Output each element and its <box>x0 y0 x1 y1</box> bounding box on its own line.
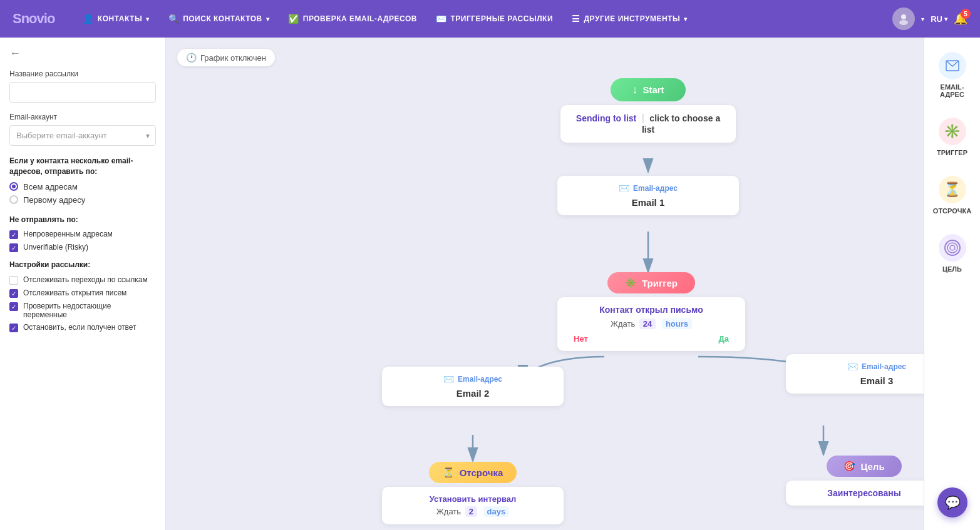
start-node[interactable]: ↓ Start Sending to list | click to choos… <box>560 78 736 143</box>
email1-node[interactable]: ✉️ Email-адрес Email 1 <box>557 172 739 215</box>
check-track-clicks[interactable]: Отслеживать переходы по ссылкам <box>9 275 156 285</box>
do-not-send-title: Не отправлять по: <box>9 215 156 225</box>
check-stop-reply[interactable]: ✓ Остановить, если получен ответ <box>9 323 156 332</box>
checkbox-unverified-icon: ✓ <box>9 230 18 239</box>
trigger-node[interactable]: ✳️ Триггер Контакт открыл письмо Ждать 2… <box>557 272 745 351</box>
goal-tool-icon <box>939 234 966 262</box>
radio-all-addresses[interactable]: Всем адресам <box>9 182 156 191</box>
svg-point-0 <box>901 14 906 19</box>
hourglass-icon: ⏳ <box>443 467 455 478</box>
chat-button[interactable]: 💬 <box>937 487 967 517</box>
radio-group-emails: Всем адресам Первому адресу <box>9 182 156 205</box>
navbar: Snovio 👤 КОНТАКТЫ ▾ 🔍 ПОИСК КОНТАКТОВ ▾ … <box>0 0 980 38</box>
down-arrow-icon: ↓ <box>632 83 637 96</box>
schedule-badge-label: График отключен <box>200 53 266 63</box>
checkbox-track-clicks-icon <box>9 276 18 285</box>
start-pill: ↓ Start <box>611 78 686 101</box>
clock-icon: 🕐 <box>186 53 197 63</box>
contacts-icon: 👤 <box>83 14 94 24</box>
email2-node[interactable]: ✉️ Email-адрес Email 2 <box>382 363 564 406</box>
avatar[interactable] <box>892 8 915 30</box>
notification-count: 5 <box>961 9 971 19</box>
check-unverified[interactable]: ✓ Непроверенным адресам <box>9 230 156 239</box>
click-to-choose-text[interactable]: click to choose a list <box>642 113 720 135</box>
checkbox-stop-reply-icon: ✓ <box>9 324 18 332</box>
logo-suffix: io <box>44 11 55 26</box>
delay-wait-text: Ждать 2 days <box>392 506 554 517</box>
nav-item-contacts[interactable]: 👤 КОНТАКТЫ ▾ <box>73 0 158 38</box>
checkbox-group-no-send: ✓ Непроверенным адресам ✓ Unverifiable (… <box>9 230 156 252</box>
verify-icon: ✅ <box>288 14 299 24</box>
tool-delay[interactable]: ⏳ ОТСРОЧКА <box>929 171 976 220</box>
chevron-down-icon: ▾ <box>266 16 270 23</box>
notifications-bell[interactable]: 🔔 5 <box>954 12 967 26</box>
trigger-wait-unit: hours <box>662 319 692 329</box>
email3-card[interactable]: ✉️ Email-адрес Email 3 <box>786 354 924 394</box>
email1-card[interactable]: ✉️ Email-адрес Email 1 <box>557 176 739 215</box>
trigger-contact-text: Контакт открыл письмо <box>567 305 735 315</box>
email-icon: ✉️ <box>443 374 454 384</box>
chevron-down-icon: ▾ <box>944 16 947 23</box>
email3-title: Email 3 <box>796 375 924 386</box>
svg-point-1 <box>899 20 908 25</box>
email-account-label: Email-аккаунт <box>9 113 156 121</box>
tool-goal[interactable]: ЦЕЛЬ <box>929 229 976 278</box>
goal-tool-label: ЦЕЛЬ <box>942 265 962 273</box>
search-icon: 🔍 <box>168 14 180 24</box>
tools-icon: ☰ <box>572 14 580 24</box>
nav-logo[interactable]: Snovio <box>13 11 54 27</box>
radio-first-icon <box>9 195 18 204</box>
canvas-area[interactable]: 🕐 График отключен <box>166 38 924 530</box>
email2-card[interactable]: ✉️ Email-адрес Email 2 <box>382 367 564 406</box>
delay-set-text: Установить интервал <box>392 494 554 504</box>
start-card[interactable]: Sending to list | click to choose a list <box>560 105 736 143</box>
tool-trigger[interactable]: ✳️ ТРИГГЕР <box>929 113 976 161</box>
email2-header-text: Email-адрес <box>458 375 502 384</box>
nav-item-verify[interactable]: ✅ ПРОВЕРКА EMAIL-АДРЕСОВ <box>279 0 426 38</box>
campaign-name-input[interactable] <box>9 82 156 103</box>
check-track-opens[interactable]: ✓ Отслеживать открытия писем <box>9 288 156 298</box>
trigger-no-label: Нет <box>574 334 588 344</box>
svg-point-10 <box>950 245 955 250</box>
language-selector[interactable]: RU ▾ <box>931 14 947 24</box>
campaign-name-label: Название рассылки <box>9 69 156 78</box>
svg-point-9 <box>947 243 957 253</box>
sidebar: ← Название рассылки Email-аккаунт Выбери… <box>0 38 166 530</box>
trigger-tool-icon: ✳️ <box>939 118 966 145</box>
trigger-wait-text: Ждать 24 hours <box>567 319 735 329</box>
back-button[interactable]: ← <box>9 47 156 60</box>
checkbox-track-opens-icon: ✓ <box>9 289 18 298</box>
delay-pill: ⏳ Отсрочка <box>429 462 517 483</box>
radio-all-icon <box>9 182 18 191</box>
email-account-select[interactable]: Выберите email-аккаунт <box>9 125 156 146</box>
delay-card[interactable]: Установить интервал Ждать 2 days <box>382 487 564 524</box>
trigger-pill: ✳️ Триггер <box>607 272 695 293</box>
nav-item-trigger[interactable]: ✉️ ТРИГГЕРНЫЕ РАССЫЛКИ <box>426 0 562 38</box>
trigger-yes-label: Да <box>719 334 730 344</box>
email3-node[interactable]: ✉️ Email-адрес Email 3 <box>786 350 924 394</box>
trigger-card[interactable]: Контакт открыл письмо Ждать 24 hours Нет… <box>557 297 745 351</box>
chevron-down-icon: ▾ <box>684 16 688 23</box>
goal-card[interactable]: Заинтересованы <box>786 481 924 506</box>
delay-tool-icon: ⏳ <box>939 176 966 203</box>
check-missing-vars[interactable]: ✓ Проверить недостающие переменные <box>9 302 156 319</box>
right-panel: EMAIL-АДРЕС ✳️ ТРИГГЕР ⏳ ОТСРОЧКА ЦЕЛЬ <box>924 38 980 530</box>
radio-first-address[interactable]: Первому адресу <box>9 195 156 205</box>
email3-header-text: Email-адрес <box>862 362 906 371</box>
email-account-select-wrap: Выберите email-аккаунт ▾ <box>9 125 156 146</box>
chevron-down-icon: ▾ <box>146 16 150 23</box>
trigger-wait-num: 24 <box>639 319 656 329</box>
nav-right: ▾ RU ▾ 🔔 5 <box>892 8 967 30</box>
goal-node[interactable]: 🎯 Цель Заинтересованы <box>786 456 924 506</box>
check-unverifiable[interactable]: ✓ Unverifiable (Risky) <box>9 243 156 252</box>
goal-text: Заинтересованы <box>796 488 924 498</box>
nav-item-search[interactable]: 🔍 ПОИСК КОНТАКТОВ ▾ <box>159 0 279 38</box>
tool-email[interactable]: EMAIL-АДРЕС <box>929 47 976 103</box>
schedule-badge[interactable]: 🕐 График отключен <box>177 49 275 66</box>
star-icon: ✳️ <box>625 277 637 288</box>
delay-node[interactable]: ⏳ Отсрочка Установить интервал Ждать 2 d… <box>382 462 564 524</box>
checkbox-missing-vars-icon: ✓ <box>9 302 18 311</box>
email-tool-label: EMAIL-АДРЕС <box>940 83 964 98</box>
multiple-emails-title: Если у контакта несколько email-адресов,… <box>9 156 156 177</box>
nav-item-tools[interactable]: ☰ ДРУГИЕ ИНСТРУМЕНТЫ ▾ <box>562 0 697 38</box>
